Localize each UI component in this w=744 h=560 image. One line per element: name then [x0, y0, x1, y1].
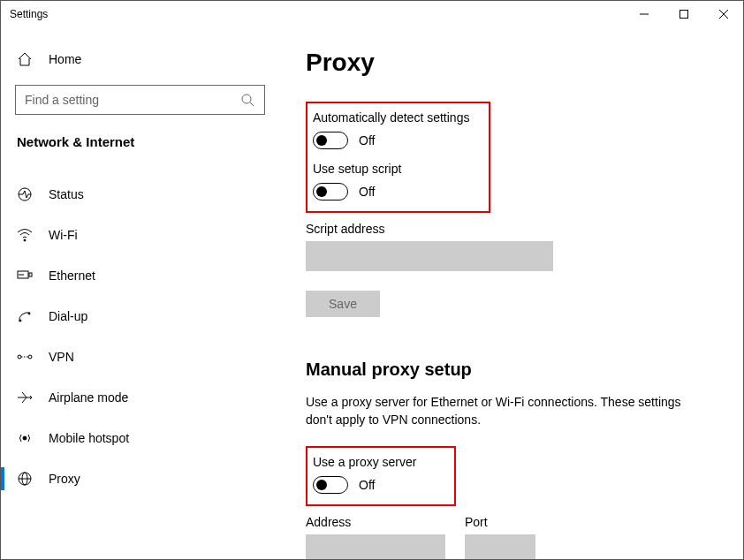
window-title: Settings: [10, 8, 624, 20]
use-proxy-state: Off: [359, 478, 375, 492]
sidebar-item-dialup[interactable]: Dial-up: [1, 296, 279, 337]
svg-point-13: [19, 320, 21, 322]
auto-detect-label: Automatically detect settings: [313, 110, 469, 125]
script-address-label: Script address: [306, 222, 717, 236]
svg-line-5: [250, 102, 254, 106]
home-label: Home: [49, 52, 81, 66]
manual-description: Use a proxy server for Ethernet or Wi-Fi…: [306, 394, 695, 428]
highlight-proxy-section: Use a proxy server Off: [306, 446, 456, 506]
save-button[interactable]: Save: [306, 291, 380, 317]
sidebar-item-label: Dial-up: [49, 309, 87, 323]
address-label: Address: [306, 515, 445, 529]
sidebar-item-hotspot[interactable]: Mobile hotspot: [1, 418, 279, 458]
minimize-button[interactable]: [624, 1, 664, 27]
address-input[interactable]: [306, 534, 445, 559]
sidebar: Home Network & Internet Status: [1, 27, 279, 559]
sidebar-item-proxy[interactable]: Proxy: [1, 458, 279, 499]
hotspot-icon: [17, 430, 33, 446]
svg-rect-1: [679, 11, 687, 19]
sidebar-item-label: Wi-Fi: [49, 228, 78, 242]
svg-rect-9: [29, 273, 32, 276]
manual-heading: Manual proxy setup: [306, 359, 717, 380]
svg-point-14: [28, 313, 30, 314]
highlight-auto-section: Automatically detect settings Off Use se…: [306, 102, 490, 213]
home-nav[interactable]: Home: [1, 27, 279, 85]
use-proxy-toggle[interactable]: [313, 476, 348, 494]
search-input[interactable]: [25, 93, 239, 107]
svg-point-18: [23, 436, 27, 440]
sidebar-item-label: Ethernet: [49, 269, 95, 283]
sidebar-item-label: VPN: [49, 350, 74, 364]
sidebar-item-status[interactable]: Status: [1, 174, 279, 215]
vpn-icon: [17, 349, 33, 365]
svg-point-7: [24, 239, 26, 241]
port-input[interactable]: [465, 534, 535, 559]
sidebar-item-wifi[interactable]: Wi-Fi: [1, 215, 279, 255]
search-box[interactable]: [15, 85, 265, 115]
auto-detect-state: Off: [359, 133, 375, 148]
sidebar-item-label: Proxy: [49, 472, 80, 486]
search-icon: [239, 92, 255, 108]
dialup-icon: [17, 308, 33, 324]
sidebar-item-label: Airplane mode: [49, 390, 128, 405]
status-icon: [17, 186, 33, 202]
airplane-icon: [17, 390, 33, 405]
svg-point-15: [18, 355, 21, 359]
proxy-icon: [17, 471, 33, 487]
wifi-icon: [17, 227, 33, 243]
use-script-toggle[interactable]: [313, 183, 348, 201]
sidebar-item-label: Status: [49, 187, 84, 201]
sidebar-item-label: Mobile hotspot: [49, 431, 129, 445]
use-script-state: Off: [359, 185, 375, 199]
script-address-input[interactable]: [306, 241, 553, 271]
svg-point-16: [28, 355, 32, 359]
auto-detect-toggle[interactable]: [313, 132, 348, 149]
home-icon: [17, 51, 33, 67]
ethernet-icon: [17, 268, 33, 284]
use-script-label: Use setup script: [313, 162, 469, 176]
page-title: Proxy: [306, 49, 717, 77]
sidebar-item-ethernet[interactable]: Ethernet: [1, 255, 279, 296]
maximize-button[interactable]: [664, 1, 703, 27]
titlebar: Settings: [1, 1, 743, 27]
sidebar-item-airplane[interactable]: Airplane mode: [1, 377, 279, 418]
main-content: Proxy Automatically detect settings Off …: [279, 27, 743, 559]
category-header: Network & Internet: [1, 134, 279, 165]
close-button[interactable]: [703, 1, 743, 27]
sidebar-item-vpn[interactable]: VPN: [1, 337, 279, 377]
use-proxy-label: Use a proxy server: [313, 455, 435, 469]
port-label: Port: [465, 515, 535, 529]
svg-point-4: [242, 95, 251, 103]
